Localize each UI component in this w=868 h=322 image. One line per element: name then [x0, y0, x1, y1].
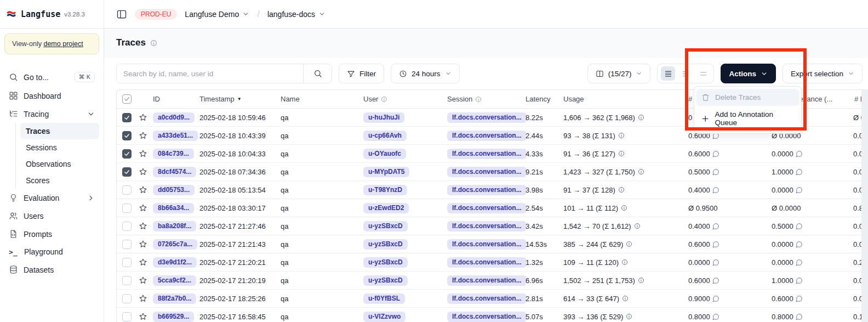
trace-id-pill[interactable]: d3e9d1f2... — [153, 257, 197, 268]
sidebar-item-scores[interactable]: Scores — [20, 172, 99, 189]
user-id-pill[interactable]: u-cp66Avh — [363, 131, 407, 141]
session-id-pill[interactable]: lf.docs.conversation... — [447, 275, 527, 286]
row-height-small-button[interactable] — [661, 66, 675, 81]
search-submit-button[interactable] — [303, 64, 332, 83]
sidebar-item-users[interactable]: Users — [4, 207, 99, 225]
user-id-pill[interactable]: u-zEwdED2 — [363, 203, 409, 213]
trace-id-pill[interactable]: 5cca9cf2... — [153, 275, 196, 286]
session-id-pill[interactable]: lf.docs.conversation... — [447, 203, 527, 213]
user-id-pill[interactable]: u-yzSBxcD — [363, 239, 408, 250]
demo-project-link[interactable]: demo project — [43, 40, 83, 48]
table-row[interactable]: 88f2a7b0... 2025-02-17 18:25:26 qa u-f0Y… — [117, 290, 867, 308]
sidebar-item-datasets[interactable]: Datasets — [4, 261, 99, 279]
star-icon[interactable] — [139, 222, 147, 230]
sidebar-item-sessions[interactable]: Sessions — [20, 139, 99, 156]
user-id-pill[interactable]: u-MYpDAT5 — [363, 167, 409, 177]
table-row[interactable]: 8b66a34... 2025-02-18 03:30:17 qa u-zEwd… — [117, 199, 867, 217]
table-row[interactable]: 07265c7a... 2025-02-17 21:21:43 qa u-yzS… — [117, 235, 867, 253]
star-icon[interactable] — [139, 113, 147, 122]
filter-button[interactable]: Filter — [339, 64, 384, 83]
sidebar-item-prompts[interactable]: Prompts — [4, 225, 99, 243]
user-id-pill[interactable]: u-yzSBxcD — [363, 257, 408, 268]
sidebar-item-observations[interactable]: Observations — [20, 156, 99, 172]
session-id-pill[interactable]: lf.docs.conversation... — [447, 167, 527, 177]
row-checkbox[interactable] — [122, 258, 132, 267]
session-id-pill[interactable]: lf.docs.conversation... — [447, 185, 527, 195]
user-id-pill[interactable]: u-huJhuJi — [363, 112, 404, 123]
row-checkbox[interactable] — [122, 240, 132, 249]
row-checkbox[interactable] — [122, 167, 132, 177]
select-all-checkbox[interactable] — [122, 94, 132, 104]
star-icon[interactable] — [139, 167, 147, 176]
time-range-button[interactable]: 24 hours — [391, 64, 460, 83]
trace-id-pill[interactable]: a0cd0d9... — [153, 112, 195, 123]
sidebar-item-evaluation[interactable]: Evaluation — [4, 189, 99, 207]
star-icon[interactable] — [139, 131, 147, 140]
table-row[interactable]: ba8a208f... 2025-02-17 21:27:46 qa u-yzS… — [117, 217, 867, 235]
user-id-pill[interactable]: u-T98YnzD — [363, 185, 407, 195]
row-checkbox[interactable] — [122, 185, 132, 195]
trace-id-pill[interactable]: 07265c7a... — [153, 239, 197, 250]
trace-id-pill[interactable]: dd05753... — [153, 185, 195, 195]
user-id-pill[interactable]: u-f0YfBSL — [363, 293, 405, 304]
user-id-pill[interactable]: u-yzSBxcD — [363, 221, 408, 231]
table-row[interactable]: d3e9d1f2... 2025-02-17 21:20:21 qa u-yzS… — [117, 253, 867, 272]
table-row[interactable]: 5cca9cf2... 2025-02-17 21:20:19 qa u-yzS… — [117, 272, 867, 290]
row-height-medium-button[interactable] — [678, 66, 693, 81]
sidebar-item-traces[interactable]: Traces — [20, 123, 99, 139]
sidebar-toggle-icon[interactable] — [116, 9, 127, 20]
session-id-pill[interactable]: lf.docs.conversation... — [447, 112, 527, 123]
export-selection-button[interactable]: Export selection — [783, 64, 863, 83]
org-selector[interactable]: Langfuse Demo — [185, 10, 249, 19]
table-row[interactable]: 084c739... 2025-02-18 10:04:33 qa u-OYau… — [117, 145, 867, 163]
columns-button[interactable]: (15/27) — [587, 64, 651, 83]
session-id-pill[interactable]: lf.docs.conversation... — [447, 239, 527, 250]
session-id-pill[interactable]: lf.docs.conversation... — [447, 131, 527, 141]
trace-id-pill[interactable]: 88f2a7b0... — [153, 293, 196, 304]
table-row[interactable]: b669529... 2025-02-17 16:58:45 qa u-VlZz… — [117, 308, 867, 322]
sidebar-item-playground[interactable]: >_ Playground — [4, 243, 99, 261]
row-checkbox[interactable] — [122, 294, 132, 303]
star-icon[interactable] — [139, 294, 147, 303]
row-checkbox[interactable] — [122, 276, 132, 285]
trace-id-pill[interactable]: ba8a208f... — [153, 221, 196, 231]
menu-item-add-to-annotation-queue[interactable]: Add to Annotation Queue — [696, 106, 799, 131]
star-icon[interactable] — [139, 185, 147, 194]
row-checkbox[interactable] — [122, 204, 132, 213]
star-icon[interactable] — [139, 312, 147, 321]
star-icon[interactable] — [139, 240, 147, 248]
sidebar-item-tracing[interactable]: Tracing — [4, 105, 99, 123]
user-id-pill[interactable]: u-VlZzvwo — [363, 312, 406, 322]
actions-button[interactable]: Actions — [721, 64, 776, 83]
project-selector[interactable]: langfuse-docs — [267, 10, 326, 19]
row-checkbox[interactable] — [122, 131, 132, 140]
star-icon[interactable] — [139, 204, 147, 212]
user-id-pill[interactable]: u-OYauofc — [363, 149, 406, 159]
row-checkbox[interactable] — [122, 312, 132, 321]
sidebar-item-dashboard[interactable]: Dashboard — [4, 87, 99, 105]
vertical-scrollbar[interactable] — [861, 89, 868, 322]
trace-id-pill[interactable]: b669529... — [153, 312, 194, 322]
session-id-pill[interactable]: lf.docs.conversation... — [447, 293, 527, 304]
menu-item-delete-traces[interactable]: Delete Traces — [696, 89, 799, 106]
table-row[interactable]: 8dcf4574... 2025-02-18 07:34:36 qa u-MYp… — [117, 163, 867, 181]
session-id-pill[interactable]: lf.docs.conversation... — [447, 312, 527, 322]
row-height-large-button[interactable] — [696, 66, 710, 81]
trace-id-pill[interactable]: 084c739... — [153, 149, 194, 159]
table-row[interactable]: dd05753... 2025-02-18 05:13:54 qa u-T98Y… — [117, 181, 867, 199]
star-icon[interactable] — [139, 258, 147, 267]
session-id-pill[interactable]: lf.docs.conversation... — [447, 221, 527, 231]
user-id-pill[interactable]: u-yzSBxcD — [363, 275, 408, 286]
session-id-pill[interactable]: lf.docs.conversation... — [447, 149, 527, 159]
sidebar-item-goto[interactable]: Go to... ⌘ K — [4, 67, 99, 87]
star-icon[interactable] — [139, 149, 147, 158]
row-checkbox[interactable] — [122, 149, 132, 159]
trace-id-pill[interactable]: 8b66a34... — [153, 203, 194, 213]
row-checkbox[interactable] — [122, 222, 132, 231]
header-timestamp[interactable]: Timestamp▼ — [199, 95, 281, 103]
star-icon[interactable] — [139, 276, 147, 285]
trace-id-pill[interactable]: 8dcf4574... — [153, 167, 196, 177]
row-checkbox[interactable] — [122, 113, 132, 122]
trace-id-pill[interactable]: a433de51... — [153, 131, 198, 141]
search-input[interactable] — [117, 64, 303, 83]
